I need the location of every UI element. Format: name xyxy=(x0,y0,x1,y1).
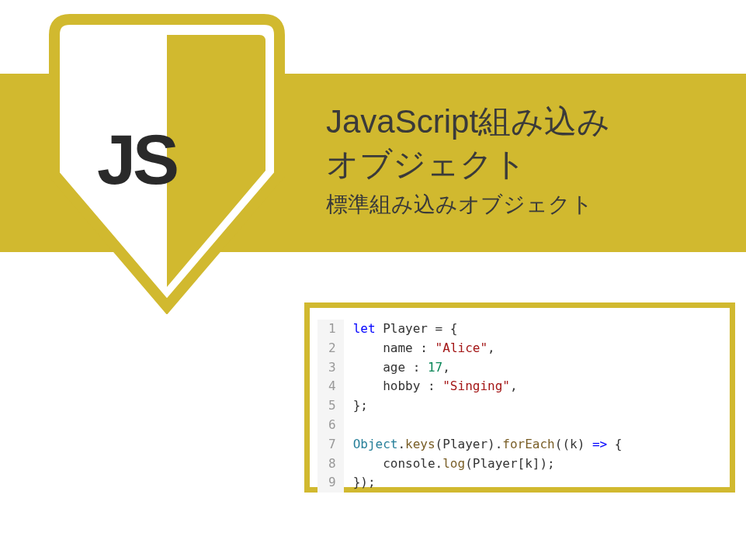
code-line: name : "Alice", xyxy=(353,339,623,358)
code-line: hobby : "Singing", xyxy=(353,377,623,396)
title-line1: JavaScript組み込み xyxy=(326,101,730,143)
code-line: Object.keys(Player).forEach((k) => { xyxy=(353,435,623,455)
title-line2: オブジェクト xyxy=(326,143,730,186)
line-number: 9 xyxy=(328,473,336,493)
line-number-gutter: 123456789 xyxy=(317,320,344,493)
code-line: }); xyxy=(353,473,623,493)
code-line: console.log(Player[k]); xyxy=(353,455,623,474)
line-number: 3 xyxy=(328,358,336,378)
line-number: 2 xyxy=(328,339,336,358)
title-block: JavaScript組み込み オブジェクト 標準組み込みオブジェクト xyxy=(326,101,730,220)
code-line: }; xyxy=(353,396,623,416)
subtitle: 標準組み込みオブジェクト xyxy=(326,190,730,220)
line-number: 4 xyxy=(328,377,336,396)
line-number: 7 xyxy=(328,435,336,455)
code-content: 123456789 let Player = { name : "Alice",… xyxy=(317,320,722,493)
line-number: 8 xyxy=(328,455,336,474)
code-line xyxy=(353,416,623,435)
line-number: 5 xyxy=(328,396,336,416)
code-line: let Player = { xyxy=(353,320,623,339)
code-line: age : 17, xyxy=(353,358,623,378)
line-number: 1 xyxy=(328,320,336,339)
js-logo-text: JS xyxy=(97,120,176,200)
code-lines: let Player = { name : "Alice", age : 17,… xyxy=(344,320,623,493)
line-number: 6 xyxy=(328,416,336,435)
code-example-box: 123456789 let Player = { name : "Alice",… xyxy=(304,302,735,493)
